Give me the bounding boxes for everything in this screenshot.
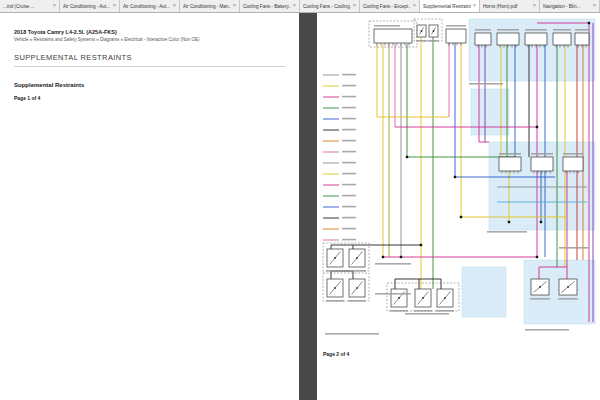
- label-smudge: [326, 270, 344, 272]
- tab-label: Air Conditioning - Aut...: [123, 4, 171, 9]
- label-smudge: [436, 310, 454, 312]
- tab-8[interactable]: Horns (Horn).pdf×: [480, 0, 540, 12]
- page-number-label: Page 1 of 4: [14, 95, 285, 101]
- junction-dot: [460, 216, 462, 218]
- squib-symbol: [422, 297, 424, 299]
- label-smudge: [374, 25, 400, 27]
- label-smudge: [342, 228, 356, 230]
- tab-6[interactable]: Cooling Fans - Except ...×: [360, 0, 420, 12]
- label-smudge: [414, 310, 432, 312]
- label-smudge: [342, 107, 356, 109]
- squib-symbol: [398, 297, 400, 299]
- tab-2[interactable]: Air Conditioning - Aut...×: [120, 0, 180, 12]
- label-smudge: [348, 270, 366, 272]
- vehicle-title: 2018 Toyota Camry L4-2.5L (A25A-FKS): [14, 29, 285, 35]
- tab-7[interactable]: Supplemental Restraint...×: [420, 0, 480, 12]
- tab-close-icon[interactable]: ×: [113, 3, 116, 9]
- label-smudge: [525, 29, 547, 31]
- squib-symbol: [421, 30, 423, 32]
- junction-dot: [536, 126, 538, 128]
- label-smudge: [575, 29, 589, 31]
- connector-box: [575, 33, 589, 45]
- shaded-region: [462, 267, 506, 317]
- label-smudge: [469, 83, 503, 85]
- tab-label: ...trol (Cruise ...: [3, 4, 51, 9]
- tab-close-icon[interactable]: ×: [473, 3, 476, 9]
- label-smudge: [326, 300, 344, 302]
- label-smudge: [342, 140, 356, 142]
- connector-box: [525, 33, 547, 45]
- label-smudge: [446, 25, 466, 27]
- junction-dot: [382, 256, 384, 258]
- label-smudge: [342, 184, 356, 186]
- label-smudge: [428, 40, 439, 42]
- connector-box: [531, 157, 553, 171]
- document-viewer: 2018 Toyota Camry L4-2.5L (A25A-FKS) Veh…: [0, 13, 600, 400]
- label-smudge: [405, 313, 449, 315]
- tab-close-icon[interactable]: ×: [233, 3, 236, 9]
- junction-dot: [400, 256, 402, 258]
- squib-symbol: [539, 286, 541, 288]
- label-smudge: [342, 151, 356, 153]
- wiring-diagram: [319, 17, 597, 347]
- label-smudge: [475, 29, 491, 31]
- connector-box: [553, 33, 571, 45]
- junction-dot: [588, 22, 590, 24]
- diagram-subtitle: Supplemental Restraints: [14, 82, 285, 88]
- label-smudge: [375, 263, 411, 265]
- tab-label: Navigation - Blin...: [543, 4, 591, 9]
- label-smudge: [325, 333, 379, 335]
- label-smudge: [559, 247, 589, 249]
- tab-close-icon[interactable]: ×: [293, 3, 296, 9]
- tab-label: Cooling Fans - Battery...: [243, 4, 291, 9]
- shaded-region: [469, 19, 595, 81]
- tab-close-icon[interactable]: ×: [533, 3, 536, 9]
- squib-symbol: [444, 297, 446, 299]
- tab-label: Air Conditioning - Man...: [183, 4, 231, 9]
- connector-box: [446, 29, 466, 43]
- label-smudge: [530, 298, 550, 300]
- tab-5[interactable]: Cooling Fans - Cooling...×: [300, 0, 360, 12]
- tab-1[interactable]: Air Conditioning - Aut...×: [60, 0, 120, 12]
- tab-bar: ...trol (Cruise ...×Air Conditioning - A…: [0, 0, 600, 13]
- connector-box: [497, 33, 519, 45]
- tab-4[interactable]: Cooling Fans - Battery...×: [240, 0, 300, 12]
- tab-9[interactable]: Navigation - Blin...×: [540, 0, 600, 12]
- label-smudge: [342, 173, 356, 175]
- page-number-label: Page 2 of 4: [323, 351, 349, 357]
- label-smudge: [563, 153, 583, 155]
- label-smudge: [342, 85, 356, 87]
- label-smudge: [348, 300, 366, 302]
- label-smudge: [342, 96, 356, 98]
- label-smudge: [390, 310, 408, 312]
- tab-close-icon[interactable]: ×: [353, 3, 356, 9]
- label-smudge: [525, 329, 569, 331]
- label-smudge: [342, 162, 356, 164]
- label-smudge: [531, 153, 553, 155]
- label-smudge: [342, 129, 356, 131]
- tab-close-icon[interactable]: ×: [53, 3, 56, 9]
- tab-0[interactable]: ...trol (Cruise ...×: [0, 0, 60, 12]
- tab-label: Air Conditioning - Aut...: [63, 4, 111, 9]
- tab-3[interactable]: Air Conditioning - Man...×: [180, 0, 240, 12]
- label-smudge: [342, 217, 356, 219]
- label-smudge: [342, 239, 356, 241]
- tab-close-icon[interactable]: ×: [173, 3, 176, 9]
- squib-symbol: [567, 286, 569, 288]
- label-smudge: [416, 40, 427, 42]
- junction-dot: [420, 244, 422, 246]
- label-smudge: [558, 298, 578, 300]
- junction-dot: [454, 176, 456, 178]
- connector-box: [374, 29, 412, 43]
- squib-symbol: [334, 287, 336, 289]
- label-smudge: [342, 74, 356, 76]
- squib-symbol: [356, 287, 358, 289]
- junction-dot: [406, 156, 408, 158]
- junction-dot: [536, 256, 538, 258]
- tab-close-icon[interactable]: ×: [593, 3, 596, 9]
- label-smudge: [375, 293, 411, 295]
- junction-dot: [508, 221, 510, 223]
- document-page-2: Page 2 of 4: [317, 13, 600, 400]
- tab-close-icon[interactable]: ×: [413, 3, 416, 9]
- tab-label: Supplemental Restraint...: [423, 4, 471, 9]
